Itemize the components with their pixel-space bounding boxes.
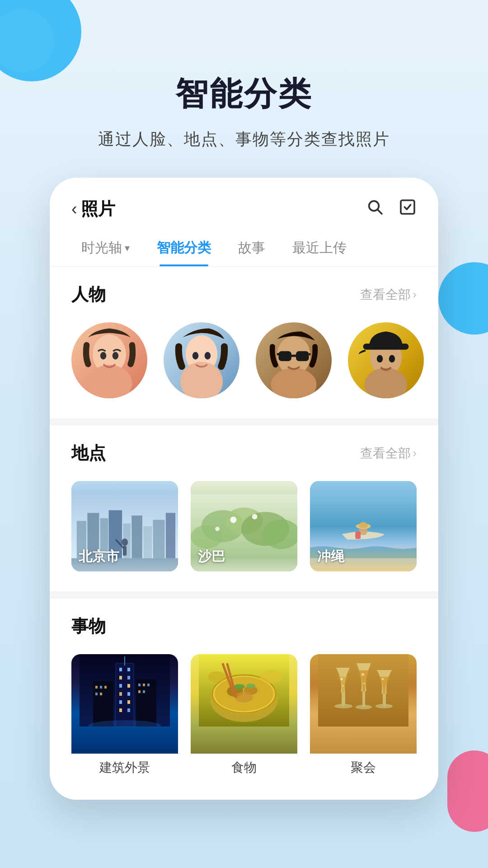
people-see-all-label: 查看全部 [360, 286, 411, 303]
svg-point-42 [252, 514, 258, 519]
svg-rect-58 [127, 692, 130, 696]
svg-rect-2 [401, 200, 414, 214]
svg-rect-50 [116, 663, 134, 726]
svg-rect-71 [138, 684, 141, 686]
location-see-all-button[interactable]: 查看全部 › [360, 445, 417, 462]
svg-rect-94 [362, 691, 365, 707]
people-see-all-button[interactable]: 查看全部 › [360, 286, 417, 303]
thing-card-food[interactable]: 食物 [191, 654, 297, 780]
nav-back-button[interactable]: ‹ 照片 [71, 198, 115, 221]
page-subtitle: 通过人脸、地点、事物等分类查找照片 [0, 128, 488, 151]
svg-point-100 [382, 678, 384, 680]
svg-point-101 [342, 685, 344, 687]
svg-point-89 [260, 670, 282, 684]
okinawa-label: 冲绳 [310, 542, 417, 571]
svg-rect-63 [124, 656, 125, 665]
svg-rect-62 [127, 708, 130, 712]
search-icon[interactable] [366, 198, 384, 220]
svg-rect-57 [119, 692, 122, 696]
person-avatar-4[interactable] [348, 322, 424, 398]
svg-point-12 [271, 368, 317, 398]
location-see-all-label: 查看全部 [360, 445, 411, 462]
svg-point-9 [192, 352, 198, 360]
svg-point-43 [215, 527, 219, 531]
svg-rect-56 [127, 684, 130, 688]
things-section-title: 事物 [71, 615, 106, 638]
svg-point-19 [365, 368, 407, 398]
building-img [71, 654, 178, 754]
svg-rect-66 [100, 686, 102, 689]
tab-smart-label: 智能分类 [157, 240, 211, 255]
thing-card-party[interactable]: 聚会 [310, 654, 417, 780]
svg-point-4 [87, 365, 132, 398]
svg-rect-61 [119, 708, 122, 712]
saba-label: 沙巴 [191, 542, 297, 571]
nav-icons [366, 198, 417, 220]
tab-timeline-arrow: ▾ [125, 242, 130, 254]
svg-point-98 [340, 678, 343, 680]
svg-point-85 [246, 684, 255, 688]
person-avatar-2[interactable] [164, 322, 239, 398]
person-avatar-1[interactable] [71, 322, 147, 398]
blob-decoration-right-mid [438, 262, 488, 335]
location-section-title: 地点 [71, 442, 106, 465]
things-section-header: 事物 [71, 615, 417, 638]
people-section: 人物 查看全部 › [50, 267, 438, 418]
svg-point-5 [100, 352, 106, 360]
food-label: 食物 [191, 754, 297, 780]
party-label: 聚会 [310, 754, 417, 780]
location-see-all-arrow-icon: › [413, 446, 417, 460]
svg-rect-52 [127, 668, 130, 671]
divider-1 [50, 418, 438, 425]
svg-rect-54 [127, 676, 130, 679]
svg-point-102 [363, 683, 365, 684]
thing-card-building[interactable]: 建筑外景 [71, 654, 178, 780]
person-face-3 [256, 322, 332, 398]
beijing-label: 北京市 [71, 542, 178, 571]
svg-rect-60 [127, 700, 130, 704]
svg-point-83 [235, 692, 253, 703]
svg-rect-51 [119, 668, 122, 671]
svg-rect-48 [355, 532, 361, 539]
nav-title: 照片 [81, 198, 115, 221]
location-section: 地点 查看全部 › [50, 425, 438, 591]
location-card-beijing[interactable]: 北京市 [71, 481, 178, 571]
svg-point-95 [356, 705, 372, 709]
svg-rect-75 [143, 690, 145, 693]
svg-point-93 [334, 704, 352, 708]
svg-point-97 [375, 704, 393, 708]
tab-smart[interactable]: 智能分类 [143, 230, 225, 266]
location-card-okinawa[interactable]: 冲绳 [310, 481, 417, 571]
tab-recent[interactable]: 最近上传 [279, 230, 360, 266]
tab-recent-label: 最近上传 [292, 240, 347, 255]
svg-rect-53 [119, 676, 122, 679]
person-avatar-3[interactable] [256, 322, 332, 398]
tab-story[interactable]: 故事 [225, 230, 279, 266]
things-section: 事物 [50, 599, 438, 800]
select-icon[interactable] [399, 198, 417, 220]
svg-point-21 [389, 355, 395, 363]
svg-point-20 [377, 355, 383, 363]
person-face-1 [71, 322, 147, 398]
blob-decoration-bottom-right [447, 750, 488, 832]
svg-rect-14 [296, 351, 309, 361]
things-row: 建筑外景 [71, 651, 417, 791]
svg-point-6 [113, 352, 118, 360]
tab-timeline-label: 时光轴 [81, 239, 122, 257]
party-visual [310, 654, 417, 726]
svg-point-99 [361, 673, 364, 676]
svg-point-10 [205, 352, 211, 360]
svg-rect-74 [138, 690, 141, 693]
phone-mockup: ‹ 照片 时光轴 [50, 178, 438, 800]
building-label: 建筑外景 [71, 754, 178, 780]
location-card-saba[interactable]: 沙巴 [191, 481, 297, 571]
svg-rect-69 [100, 693, 102, 695]
app-content: ‹ 照片 时光轴 [50, 178, 438, 800]
svg-rect-73 [147, 684, 150, 686]
people-section-title: 人物 [71, 283, 106, 306]
svg-rect-68 [95, 693, 98, 695]
tab-timeline[interactable]: 时光轴 ▾ [68, 230, 143, 266]
location-row: 北京市 [71, 477, 417, 582]
svg-rect-59 [119, 700, 122, 704]
people-section-header: 人物 查看全部 › [71, 283, 417, 306]
